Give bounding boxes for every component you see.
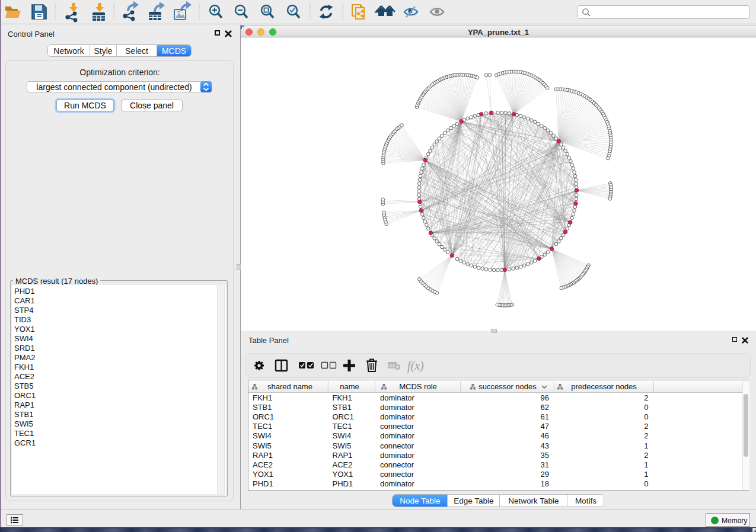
svg-text:PHD1: PHD1 (332, 479, 353, 488)
svg-text:ORC1: ORC1 (253, 412, 274, 421)
svg-text:0: 0 (644, 479, 648, 488)
svg-text:0: 0 (644, 412, 648, 421)
svg-text:29: 29 (540, 469, 548, 478)
svg-text:2: 2 (644, 393, 648, 402)
svg-text:YOX1: YOX1 (253, 469, 273, 478)
svg-text:43: 43 (540, 441, 548, 450)
svg-text:SWI5: SWI5 (253, 441, 272, 450)
svg-text:RAP1: RAP1 (253, 450, 273, 459)
svg-text:connector: connector (380, 422, 414, 431)
svg-text:STB1: STB1 (332, 403, 352, 412)
svg-text:46: 46 (540, 431, 548, 440)
svg-text:dominator: dominator (380, 450, 414, 459)
svg-text:dominator: dominator (380, 431, 414, 440)
svg-text:connector: connector (380, 460, 414, 469)
svg-text:FKH1: FKH1 (332, 393, 352, 402)
svg-text:1: 1 (644, 469, 648, 478)
svg-text:62: 62 (540, 403, 548, 412)
svg-text:1: 1 (644, 441, 648, 450)
svg-text:PHD1: PHD1 (253, 479, 273, 488)
svg-text:61: 61 (540, 412, 548, 421)
svg-text:TEC1: TEC1 (332, 422, 352, 431)
svg-text:1: 1 (644, 460, 648, 469)
svg-text:31: 31 (540, 460, 548, 469)
svg-text:STB1: STB1 (253, 403, 272, 412)
svg-text:predecessor nodes: predecessor nodes (571, 382, 637, 391)
svg-text:SWI4: SWI4 (253, 431, 272, 440)
svg-text:ACE2: ACE2 (332, 460, 352, 469)
svg-text:SWI4: SWI4 (332, 431, 351, 440)
svg-text:47: 47 (540, 422, 548, 431)
svg-text:96: 96 (540, 393, 548, 402)
svg-text:FKH1: FKH1 (253, 393, 272, 402)
svg-text:ACE2: ACE2 (253, 460, 273, 469)
svg-text:dominator: dominator (380, 412, 414, 421)
svg-text:ORC1: ORC1 (332, 412, 353, 421)
svg-text:shared name: shared name (267, 382, 312, 391)
svg-text:RAP1: RAP1 (332, 450, 352, 459)
svg-text:SWI5: SWI5 (332, 441, 351, 450)
svg-text:connector: connector (380, 441, 414, 450)
svg-text:connector: connector (380, 469, 414, 478)
svg-text:YOX1: YOX1 (332, 469, 353, 478)
svg-text:2: 2 (644, 431, 648, 440)
svg-text:dominator: dominator (380, 393, 414, 402)
svg-text:f(x): f(x) (407, 359, 424, 373)
svg-text:name: name (340, 382, 359, 391)
svg-text:TEC1: TEC1 (253, 422, 272, 431)
svg-text:2: 2 (644, 450, 648, 459)
svg-text:MCDS role: MCDS role (399, 382, 437, 391)
svg-text:18: 18 (540, 479, 548, 488)
svg-text:successor nodes: successor nodes (479, 382, 537, 391)
svg-text:dominator: dominator (380, 479, 414, 488)
svg-text:0: 0 (644, 403, 648, 412)
svg-text:dominator: dominator (380, 403, 414, 412)
svg-text:2: 2 (644, 422, 648, 431)
svg-text:35: 35 (540, 450, 548, 459)
